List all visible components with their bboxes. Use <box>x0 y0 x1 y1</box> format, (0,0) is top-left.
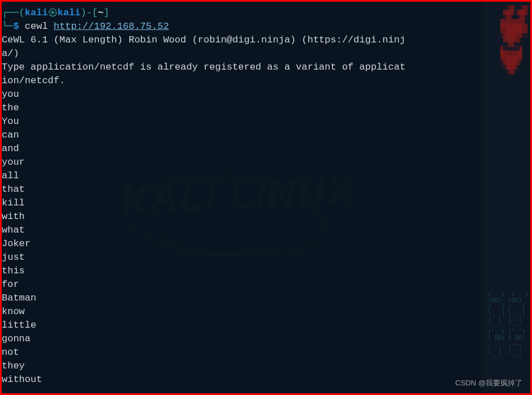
output-notice-2: ion/netcdf. <box>2 74 482 88</box>
word-item: the <box>2 101 482 115</box>
command-argument: http://192.168.75.52 <box>54 21 169 32</box>
word-item: they <box>2 359 482 373</box>
word-item: gonna <box>2 332 482 346</box>
ascii-art-decoration-red: ░▓▓░ ░▓▓░ ▓██▓ ▓██▓ ░▓▓░ ░▓▓░ ▓▓▓▓▓▓▓▓▓ … <box>500 2 530 74</box>
watermark-handle: @我要疯掉了 <box>478 379 522 387</box>
output-banner-1: CeWL 6.1 (Max Length) Robin Wood (robin@… <box>2 33 482 47</box>
prompt-open-paren: ( <box>19 7 25 18</box>
word-item: you <box>2 88 482 101</box>
word-item: your <box>2 156 482 169</box>
word-item: Batman <box>2 291 482 305</box>
prompt-path: ~ <box>98 7 103 18</box>
word-item: that <box>2 183 482 196</box>
word-item: just <box>2 251 482 264</box>
word-item: Joker <box>2 237 482 251</box>
prompt-close-paren: ) <box>80 7 86 18</box>
word-item: for <box>2 278 482 291</box>
prompt-elbow-icon: └─ <box>2 21 13 32</box>
output-banner-2: a/) <box>2 47 482 61</box>
ascii-art-decoration-cyan: ('-') ('-') (OO)_ (OO)_ / _) / _) \_..) … <box>488 285 529 359</box>
word-item: You <box>2 115 482 128</box>
word-item: all <box>2 169 482 183</box>
word-item: can <box>2 128 482 142</box>
word-item: not <box>2 346 482 359</box>
command-text: cewl http://192.168.75.52 <box>19 21 169 32</box>
prompt-close-bracket: ] <box>103 7 109 18</box>
word-item: without <box>2 373 482 387</box>
word-item: this <box>2 264 482 278</box>
terminal-window[interactable]: ┌──(kali㉿kali)-[~] └─$ cewl http://192.1… <box>2 2 482 393</box>
output-notice-1: Type application/netcdf is already regis… <box>2 61 482 74</box>
word-item: little <box>2 319 482 332</box>
prompt-symbol: $ <box>13 21 19 32</box>
prompt-user: kali <box>25 7 48 18</box>
word-item: what <box>2 224 482 237</box>
prompt-host: kali <box>58 7 81 18</box>
word-item: know <box>2 305 482 319</box>
watermark: CSDN @我要疯掉了 <box>455 376 522 390</box>
word-item: and <box>2 142 482 156</box>
word-item: with <box>2 210 482 224</box>
word-list: youtheYoucanandyourallthatkillwithwhatJo… <box>2 88 482 387</box>
prompt-open-bracket: [ <box>92 7 98 18</box>
watermark-site: CSDN <box>455 379 476 387</box>
word-item: kill <box>2 196 482 210</box>
prompt-dash: - <box>86 7 92 18</box>
skull-icon: ㉿ <box>48 6 58 20</box>
prompt-connector-icon: ┌── <box>2 7 19 18</box>
prompt-line-2[interactable]: └─$ cewl http://192.168.75.52 <box>2 20 482 33</box>
prompt-line-1: ┌──(kali㉿kali)-[~] <box>2 6 482 20</box>
